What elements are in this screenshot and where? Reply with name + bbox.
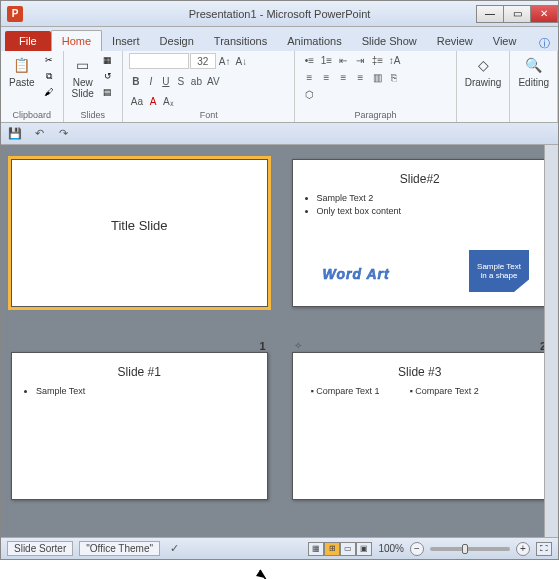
tab-review[interactable]: Review	[427, 31, 483, 51]
tab-insert[interactable]: Insert	[102, 31, 150, 51]
change-case-button[interactable]: Aa	[129, 93, 145, 109]
italic-button[interactable]: I	[144, 73, 158, 89]
tab-slideshow[interactable]: Slide Show	[352, 31, 427, 51]
indent-dec-button[interactable]: ⇤	[335, 53, 351, 67]
slide-title: Slide #3	[301, 365, 540, 379]
app-name: Microsoft PowerPoint	[266, 8, 370, 20]
text-direction-button[interactable]: ↕A	[386, 53, 402, 67]
reset-button[interactable]: ↺	[100, 69, 116, 83]
reading-view-icon[interactable]: ▭	[340, 542, 356, 556]
powerpoint-icon: P	[7, 6, 23, 22]
format-painter-button[interactable]: 🖌	[41, 85, 57, 99]
slide-thumb-2[interactable]: Slide#2 Sample Text 2 Only text box cont…	[292, 159, 549, 336]
clipboard-label: Clipboard	[7, 109, 57, 120]
maximize-button[interactable]: ▭	[503, 5, 531, 23]
zoom-out-button[interactable]: −	[410, 542, 424, 556]
normal-view-icon[interactable]: ▦	[308, 542, 324, 556]
shadow-button[interactable]: ab	[189, 73, 204, 89]
font-color-button[interactable]: A	[146, 93, 160, 109]
zoom-in-button[interactable]: +	[516, 542, 530, 556]
tab-home[interactable]: Home	[51, 30, 102, 51]
tab-design[interactable]: Design	[150, 31, 204, 51]
bold-button[interactable]: B	[129, 73, 143, 89]
paragraph-label: Paragraph	[301, 109, 449, 120]
quick-access-toolbar: 💾 ↶ ↷	[1, 123, 558, 145]
slideshow-view-icon[interactable]: ▣	[356, 542, 372, 556]
indent-inc-button[interactable]: ⇥	[352, 53, 368, 67]
view-mode-label[interactable]: Slide Sorter	[7, 541, 73, 556]
slide-number: 1	[259, 340, 265, 352]
group-paragraph: •≡ 1≡ ⇤ ⇥ ‡≡ ↕A ≡ ≡ ≡ ≡ ▥ ⎘ ⬡	[295, 51, 456, 122]
tab-transitions[interactable]: Transitions	[204, 31, 277, 51]
line-spacing-button[interactable]: ‡≡	[369, 53, 385, 67]
find-icon: 🔍	[524, 55, 544, 75]
shrink-font-button[interactable]: A↓	[234, 53, 250, 69]
editing-button[interactable]: 🔍 Editing	[516, 53, 551, 90]
status-bar: Slide Sorter "Office Theme" ✓ ▦ ⊞ ▭ ▣ 10…	[1, 537, 558, 559]
font-size-select[interactable]: 32	[190, 53, 216, 69]
annotation: Slide Sorter View icon	[0, 568, 559, 579]
convert-smartart-button[interactable]: ⬡	[301, 87, 317, 101]
slide-thumb-1[interactable]: Title Slide 1	[11, 159, 268, 336]
bullet: Sample Text 2	[317, 192, 540, 205]
zoom-slider[interactable]	[430, 547, 510, 551]
bullet: Sample Text	[36, 385, 259, 398]
shape-text: Sample Text in a shape	[469, 250, 529, 292]
spacing-button[interactable]: AV	[205, 73, 222, 89]
wordart: Word Art	[323, 266, 390, 282]
minimize-button[interactable]: —	[476, 5, 504, 23]
justify-button[interactable]: ≡	[352, 70, 368, 84]
close-button[interactable]: ✕	[530, 5, 558, 23]
redo-button[interactable]: ↷	[55, 126, 71, 142]
tab-view[interactable]: View	[483, 31, 527, 51]
view-switcher: ▦ ⊞ ▭ ▣	[308, 542, 372, 556]
arrow-icon	[250, 568, 310, 579]
align-center-button[interactable]: ≡	[318, 70, 334, 84]
numbering-button[interactable]: 1≡	[318, 53, 334, 67]
group-drawing: ◇ Drawing	[457, 51, 511, 122]
underline-button[interactable]: U	[159, 73, 173, 89]
copy-button[interactable]: ⧉	[41, 69, 57, 83]
group-font: 32 A↑ A↓ B I U S ab AV Aa A Aᵪ F	[123, 51, 296, 122]
app-window: P Presentation1 - Microsoft PowerPoint —…	[0, 0, 559, 560]
align-left-button[interactable]: ≡	[301, 70, 317, 84]
clear-format-button[interactable]: Aᵪ	[161, 93, 176, 109]
font-label: Font	[129, 109, 289, 120]
undo-button[interactable]: ↶	[31, 126, 47, 142]
theme-label[interactable]: "Office Theme"	[79, 541, 160, 556]
svg-marker-1	[256, 570, 265, 578]
columns-button[interactable]: ▥	[369, 70, 385, 84]
tab-animations[interactable]: Animations	[277, 31, 351, 51]
ribbon: 📋 Paste ✂ ⧉ 🖌 Clipboard ▭ New Slide ▦	[1, 51, 558, 123]
align-text-button[interactable]: ⎘	[386, 70, 402, 84]
section-button[interactable]: ▤	[100, 85, 116, 99]
slide-thumb-4[interactable]: Slide #3 Compare Text 1 Compare Text 2	[292, 352, 549, 529]
strike-button[interactable]: S	[174, 73, 188, 89]
titlebar: P Presentation1 - Microsoft PowerPoint —…	[1, 1, 558, 27]
svg-line-0	[260, 570, 280, 579]
slide-thumb-3[interactable]: Slide #1 Sample Text	[11, 352, 268, 529]
vertical-scrollbar[interactable]	[544, 145, 558, 537]
cut-button[interactable]: ✂	[41, 53, 57, 67]
spellcheck-icon[interactable]: ✓	[166, 541, 182, 557]
fit-window-button[interactable]: ⛶	[536, 542, 552, 556]
bullet: Compare Text 2	[410, 385, 479, 398]
tab-file[interactable]: File	[5, 31, 51, 51]
new-slide-icon: ▭	[73, 55, 93, 75]
group-editing: 🔍 Editing	[510, 51, 558, 122]
slide-sorter-view-icon[interactable]: ⊞	[324, 542, 340, 556]
slide-sorter-workspace: Title Slide 1 Slide#2 Sample Text 2 Only…	[1, 145, 558, 537]
font-family-select[interactable]	[129, 53, 189, 69]
help-icon[interactable]: ⓘ	[539, 36, 550, 51]
paste-button[interactable]: 📋 Paste	[7, 53, 37, 90]
drawing-button[interactable]: ◇ Drawing	[463, 53, 504, 90]
new-slide-button[interactable]: ▭ New Slide	[70, 53, 96, 101]
bullets-button[interactable]: •≡	[301, 53, 317, 67]
zoom-percent: 100%	[378, 543, 404, 554]
grow-font-button[interactable]: A↑	[217, 53, 233, 69]
layout-button[interactable]: ▦	[100, 53, 116, 67]
ribbon-tabs: File Home Insert Design Transitions Anim…	[1, 27, 558, 51]
align-right-button[interactable]: ≡	[335, 70, 351, 84]
group-clipboard: 📋 Paste ✂ ⧉ 🖌 Clipboard	[1, 51, 64, 122]
save-button[interactable]: 💾	[7, 126, 23, 142]
